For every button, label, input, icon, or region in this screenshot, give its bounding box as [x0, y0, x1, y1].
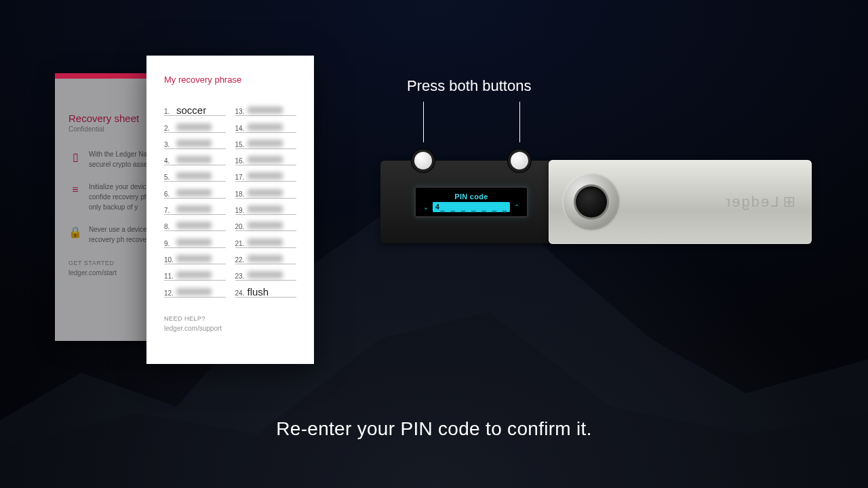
list-icon: ≡: [68, 182, 82, 212]
ledger-logo: Ledger: [724, 193, 795, 211]
phrase-slot: 5.: [164, 165, 226, 182]
blurred-word: [176, 205, 212, 213]
device-icon: ▯: [68, 149, 82, 169]
phrase-slot: 11.: [164, 264, 226, 281]
phrase-slot: 24.flush: [235, 281, 297, 297]
phrase-slot: 7.: [164, 199, 226, 215]
blurred-word: [176, 189, 212, 197]
blurred-word: [176, 156, 212, 163]
recovery-phrase-title: My recovery phrase: [164, 75, 296, 85]
blurred-word: [176, 288, 212, 296]
phrase-slot: 14.: [235, 116, 297, 132]
device-screen: PIN code ⌄ 4_ _ _ _ _ _ _ ⌃: [414, 186, 528, 218]
phrase-slot: 3.: [164, 133, 226, 149]
swivel-hole: [576, 186, 607, 218]
blurred-word: [248, 140, 283, 147]
phrase-slot: 15.: [235, 133, 297, 149]
phrase-slot: 19.: [235, 199, 297, 215]
phrase-slot: 1.soccer: [164, 100, 226, 116]
hardware-right-button[interactable]: [511, 152, 528, 169]
blurred-word: [248, 106, 283, 114]
blurred-word: [248, 255, 283, 262]
phrase-word-1: soccer: [176, 104, 206, 116]
pin-placeholders: _ _ _ _ _ _ _: [440, 203, 507, 211]
phrase-slot: 10.: [164, 248, 226, 264]
chevron-down-icon: ⌄: [423, 203, 429, 211]
phrase-slot: 16.: [235, 149, 297, 165]
blurred-word: [248, 189, 283, 197]
blurred-word: [248, 156, 283, 163]
blurred-word: [176, 172, 212, 180]
press-both-buttons-label: Press both buttons: [407, 77, 531, 95]
blurred-word: [248, 271, 283, 279]
blurred-word: [248, 239, 283, 246]
phrase-slot: 20.: [235, 215, 297, 231]
phrase-slot: 9.: [164, 231, 226, 247]
phrase-slot: 12.: [164, 281, 226, 297]
callout-line: [423, 102, 424, 142]
phrase-slot: 4.: [164, 149, 226, 165]
phrase-word-24: flush: [248, 286, 269, 298]
phrase-slot: 18.: [235, 182, 297, 198]
pin-entry-box: 4_ _ _ _ _ _ _: [433, 202, 511, 212]
ledger-device: Ledger PIN code ⌄ 4_ _ _ _ _ _ _ ⌃: [380, 161, 812, 243]
support-url: ledger.com/support: [164, 325, 296, 332]
blurred-word: [248, 172, 283, 180]
phrase-slot: 17.: [235, 165, 297, 182]
blurred-word: [176, 255, 212, 262]
lock-icon: 🔒: [68, 224, 82, 245]
phrase-slot: 2.: [164, 116, 226, 132]
blurred-word: [176, 140, 212, 147]
phrase-slot: 6.: [164, 182, 226, 198]
blurred-word: [248, 205, 283, 213]
phrase-slot: 22.: [235, 248, 297, 264]
callout-line: [519, 102, 520, 142]
phrase-slot: 23.: [235, 264, 297, 281]
blurred-word: [176, 271, 212, 279]
need-help-label: NEED HELP?: [164, 315, 296, 322]
phrase-slot: 8.: [164, 215, 226, 231]
phrase-column-right: 13. 14. 15. 16. 17. 18. 19. 20. 21. 22. …: [235, 100, 297, 298]
blurred-word: [176, 222, 212, 229]
blurred-word: [176, 123, 212, 131]
instruction-text: Re-enter your PIN code to confirm it.: [0, 418, 868, 440]
blurred-word: [176, 239, 212, 246]
phrase-slot: 13.: [235, 100, 297, 116]
recovery-phrase-card: My recovery phrase 1.soccer 2. 3. 4. 5. …: [146, 56, 314, 364]
phrase-slot: 21.: [235, 231, 297, 247]
phrase-column-left: 1.soccer 2. 3. 4. 5. 6. 7. 8. 9. 10. 11.…: [164, 100, 226, 298]
chevron-up-icon: ⌃: [514, 203, 519, 211]
blurred-word: [248, 222, 283, 229]
blurred-word: [248, 123, 283, 131]
screen-title: PIN code: [454, 192, 488, 201]
hardware-left-button[interactable]: [414, 152, 432, 169]
